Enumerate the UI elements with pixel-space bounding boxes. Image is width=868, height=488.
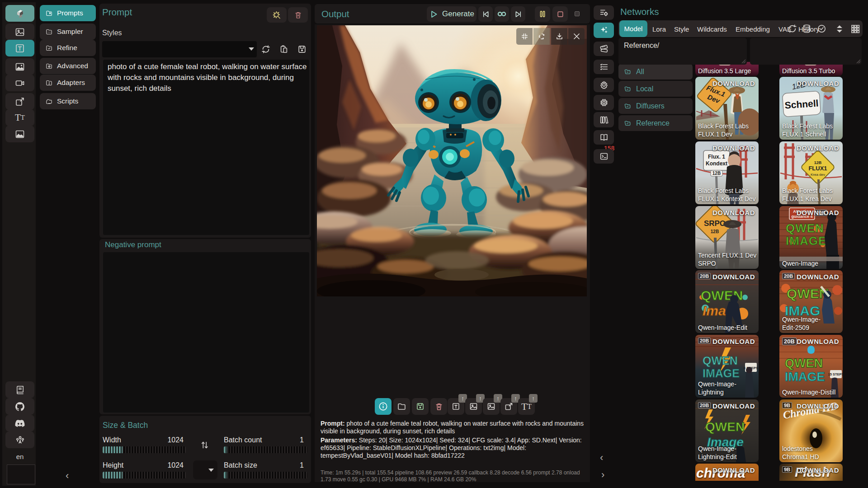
svg-text:QWEN: QWEN	[786, 221, 824, 235]
svg-text:12B: 12B	[711, 229, 719, 234]
svg-text:15 STEPS: 15 STEPS	[828, 372, 843, 376]
svg-text:Flux. 1: Flux. 1	[708, 154, 725, 160]
svg-text:QWEN: QWEN	[705, 420, 745, 434]
svg-text:FLUX1: FLUX1	[808, 165, 827, 172]
svg-text:QWEN: QWEN	[785, 357, 823, 370]
svg-text:12B: 12B	[712, 171, 721, 176]
svg-text:Kondext: Kondext	[706, 160, 727, 167]
svg-text:IMAGE: IMAGE	[786, 234, 826, 248]
svg-text:IMAGE: IMAGE	[703, 367, 740, 380]
svg-text:QWEN: QWEN	[703, 354, 738, 367]
svg-text:SRPO: SRPO	[704, 219, 726, 228]
svg-text:IMAGE: IMAGE	[785, 370, 825, 384]
svg-text:Krea dev: Krea dev	[811, 173, 825, 177]
svg-text:12B: 12B	[814, 160, 822, 165]
